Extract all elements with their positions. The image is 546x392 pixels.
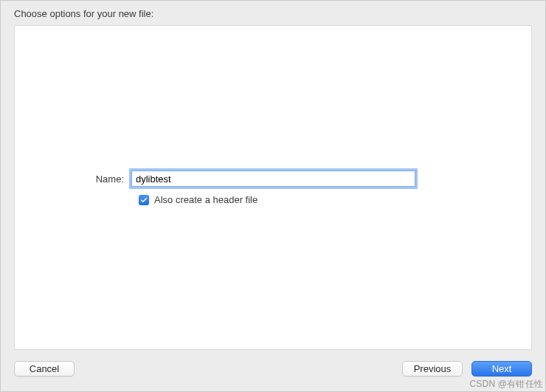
name-row: Name: [44,171,502,187]
content-panel: Name: Also create a header file [14,25,532,350]
header-checkbox-row[interactable]: Also create a header file [139,194,502,205]
new-file-options-sheet: Choose options for your new file: Name: … [0,0,546,392]
sheet-prompt: Choose options for your new file: [1,1,545,25]
name-label: Name: [44,173,131,185]
button-bar: Cancel Previous Next [1,357,545,391]
header-checkbox-label: Also create a header file [154,194,258,205]
form-area: Name: Also create a header file [15,171,531,205]
previous-button[interactable]: Previous [402,361,463,376]
cancel-button[interactable]: Cancel [14,361,75,376]
name-field-col [131,171,415,187]
next-button[interactable]: Next [471,361,532,376]
checkmark-icon [139,195,149,205]
name-input[interactable] [131,171,415,187]
